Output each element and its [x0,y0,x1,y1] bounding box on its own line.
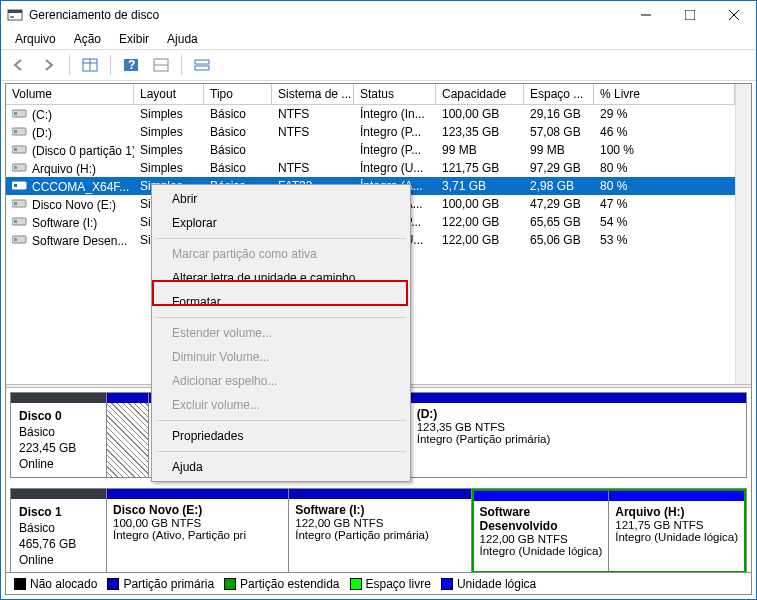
partition-d[interactable]: (D:) 123,35 GB NTFS Íntegro (Partição pr… [411,393,746,477]
svg-rect-19 [14,130,17,133]
back-button[interactable] [7,53,31,77]
disk-state: Online [19,457,100,471]
col-status[interactable]: Status [354,84,436,105]
col-pctfree[interactable]: % Livre [594,84,735,105]
volume-icon [12,215,28,227]
volume-icon [12,233,28,245]
col-layout[interactable]: Layout [134,84,204,105]
svg-rect-25 [14,184,17,187]
col-type[interactable]: Tipo [204,84,272,105]
disk-name: Disco 1 [19,505,100,519]
menu-help[interactable]: Ajuda [159,30,206,48]
view-graphical-button[interactable] [190,53,214,77]
svg-rect-29 [14,220,17,223]
help-button[interactable]: ? [119,53,143,77]
ctx-extend: Estender volume... [154,321,408,345]
ctx-properties[interactable]: Propriedades [154,424,408,448]
svg-rect-17 [14,112,17,115]
ctx-mark-active: Marcar partição como ativa [154,242,408,266]
context-menu: Abrir Explorar Marcar partição como ativ… [151,184,411,482]
svg-rect-4 [685,10,695,20]
partition-h[interactable]: Arquivo (H:) 121,75 GB NTFS Íntegro (Uni… [609,491,744,571]
disk-1-info[interactable]: Disco 1 Básico 465,76 GB Online [11,489,107,572]
volume-icon [12,107,28,119]
svg-rect-15 [195,66,209,70]
volume-row[interactable]: (C:)SimplesBásicoNTFSÍntegro (In...100,0… [6,105,735,123]
disk-0-info[interactable]: Disco 0 Básico 223,45 GB Online [11,393,107,477]
volume-row[interactable]: (D:)SimplesBásicoNTFSÍntegro (P...123,35… [6,123,735,141]
ctx-change-letter[interactable]: Alterar letra de unidade e caminho... [154,266,408,290]
svg-rect-1 [8,10,22,13]
svg-rect-27 [14,202,17,205]
menu-action[interactable]: Ação [66,30,109,48]
svg-rect-31 [14,238,17,241]
disk-management-window: Gerenciamento de disco Arquivo Ação Exib… [0,0,757,600]
list-header: Volume Layout Tipo Sistema de ... Status… [6,84,735,105]
menubar: Arquivo Ação Exibir Ajuda [1,29,756,49]
ctx-explore[interactable]: Explorar [154,211,408,235]
settings-button[interactable] [149,53,173,77]
col-capacity[interactable]: Capacidade [436,84,524,105]
partition-reserved[interactable] [107,393,149,477]
window-title: Gerenciamento de disco [29,8,624,22]
volume-icon [12,197,28,209]
volume-icon [12,161,28,173]
disk-size: 465,76 GB [19,537,100,551]
svg-rect-23 [14,166,17,169]
volume-icon [12,125,28,137]
svg-rect-2 [10,16,14,18]
volume-icon [12,143,28,155]
ctx-format[interactable]: Formatar... [154,290,408,314]
partition-softdev[interactable]: Software Desenvolvido 122,00 GB NTFS Ínt… [474,491,610,571]
disk-size: 223,45 GB [19,441,100,455]
svg-rect-14 [195,60,209,64]
ctx-mirror: Adicionar espelho... [154,369,408,393]
legend: Não alocado Partição primária Partição e… [6,572,751,594]
legend-logical: Unidade lógica [441,577,536,591]
col-filesystem[interactable]: Sistema de ... [272,84,354,105]
legend-unallocated: Não alocado [14,577,97,591]
volume-icon [12,179,28,191]
disk-type: Básico [19,521,100,535]
disk-name: Disco 0 [19,409,100,423]
disk-state: Online [19,553,100,567]
svg-rect-21 [14,148,17,151]
legend-free: Espaço livre [350,577,431,591]
disk-type: Básico [19,425,100,439]
titlebar: Gerenciamento de disco [1,1,756,29]
ctx-delete: Excluir volume... [154,393,408,417]
menu-view[interactable]: Exibir [111,30,157,48]
volume-row[interactable]: Arquivo (H:)SimplesBásicoNTFSÍntegro (U.… [6,159,735,177]
col-free[interactable]: Espaço ... [524,84,594,105]
minimize-button[interactable] [624,1,668,29]
disk-1-row: Disco 1 Básico 465,76 GB Online Disco No… [10,488,747,572]
maximize-button[interactable] [668,1,712,29]
close-button[interactable] [712,1,756,29]
partition-i[interactable]: Software (I:) 122,00 GB NTFS Íntegro (Pa… [289,489,471,572]
forward-button[interactable] [37,53,61,77]
partition-e[interactable]: Disco Novo (E:) 100,00 GB NTFS Íntegro (… [107,489,289,572]
legend-primary: Partição primária [107,577,214,591]
disk-mgmt-icon [7,7,23,23]
view-list-button[interactable] [78,53,102,77]
menu-file[interactable]: Arquivo [7,30,64,48]
ctx-shrink: Diminuir Volume... [154,345,408,369]
toolbar: ? [1,49,756,81]
extended-partition: Software Desenvolvido 122,00 GB NTFS Ínt… [472,489,747,572]
volume-row[interactable]: (Disco 0 partição 1)SimplesBásicoÍntegro… [6,141,735,159]
legend-extended: Partição estendida [224,577,339,591]
svg-text:?: ? [128,58,135,72]
list-scrollbar[interactable] [735,84,751,384]
ctx-help[interactable]: Ajuda [154,455,408,479]
ctx-open[interactable]: Abrir [154,187,408,211]
col-volume[interactable]: Volume [6,84,134,105]
